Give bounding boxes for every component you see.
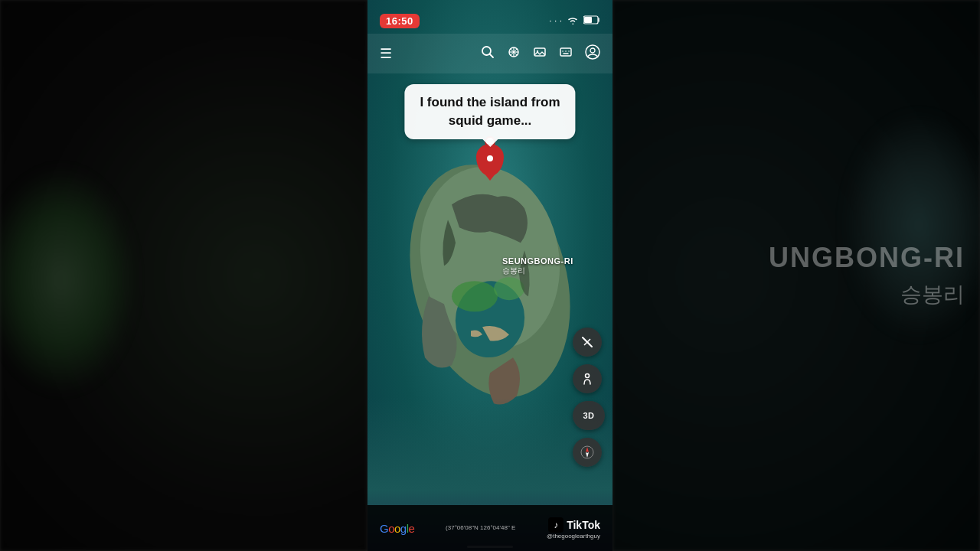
no-signal-button[interactable] <box>573 328 602 357</box>
float-buttons: 3D <box>573 328 605 467</box>
bg-left-panel <box>0 0 368 551</box>
svg-marker-26 <box>586 447 589 452</box>
google-g: G <box>380 522 388 535</box>
svg-rect-16 <box>560 48 571 56</box>
status-icons: · · · <box>549 15 600 27</box>
search-icon[interactable] <box>481 45 495 63</box>
bg-right-panel: UNGBONG-RI 승봉리 <box>612 0 980 551</box>
coordinates-text: (37°06'08"N 126°04'48" E <box>446 523 515 532</box>
location-name-en: SEUNGBONG-RI <box>502 256 573 266</box>
username-text: @thegooglearthguy <box>547 533 600 540</box>
svg-point-4 <box>494 277 524 300</box>
svg-point-22 <box>590 48 595 53</box>
speech-bubble: I found the island from squid game... <box>404 84 575 139</box>
bubble-line2: squid game... <box>420 112 560 130</box>
island-svg <box>390 143 590 419</box>
svg-point-24 <box>586 374 590 378</box>
svg-rect-6 <box>584 17 592 23</box>
nav-right-icons <box>481 44 600 64</box>
compass-button[interactable] <box>573 438 602 467</box>
google-g2: g <box>400 522 407 535</box>
signal-dots-icon: · · · <box>549 15 562 26</box>
layers-icon[interactable] <box>507 45 521 63</box>
profile-icon[interactable] <box>585 44 600 64</box>
wifi-icon <box>567 15 579 27</box>
top-nav: ☰ <box>368 34 612 73</box>
location-label: SEUNGBONG-RI 승봉리 <box>502 256 573 276</box>
map-area[interactable]: SEUNGBONG-RI 승봉리 <box>368 0 612 551</box>
google-o1: o <box>388 522 394 535</box>
tiktok-section: ♪ TikTok @thegooglearthguy <box>547 517 600 540</box>
tiktok-icon: ♪ <box>548 517 564 533</box>
bubble-line1: I found the island from <box>420 93 560 112</box>
pin-inner-dot <box>487 155 493 161</box>
google-e: e <box>409 522 415 535</box>
keyboard-icon[interactable] <box>559 45 573 63</box>
bottom-bar: Google (37°06'08"N 126°04'48" E ♪ TikTok… <box>368 505 612 551</box>
coords-line: (37°06'08"N 126°04'48" E <box>446 523 515 532</box>
svg-line-8 <box>490 54 494 57</box>
svg-marker-27 <box>586 452 589 458</box>
street-view-button[interactable] <box>573 364 602 393</box>
tiktok-label: TikTok <box>567 519 600 531</box>
battery-icon <box>583 15 600 27</box>
pin-body <box>476 144 504 176</box>
phone-frame: SEUNGBONG-RI 승봉리 16:50 · · · <box>368 0 612 551</box>
google-o2: o <box>394 522 400 535</box>
gallery-icon[interactable] <box>533 45 547 63</box>
3d-label: 3D <box>583 411 594 420</box>
menu-icon[interactable]: ☰ <box>380 45 392 62</box>
tiktok-logo: ♪ TikTok <box>548 517 600 533</box>
svg-point-3 <box>452 281 498 311</box>
right-location-ko: 승봉리 <box>769 280 965 309</box>
google-logo: Google <box>380 522 414 535</box>
status-bar: 16:50 · · · <box>368 0 612 34</box>
screen-wrapper: UNGBONG-RI 승봉리 <box>0 0 980 551</box>
location-name-ko: 승봉리 <box>502 266 573 276</box>
right-location-en: UNGBONG-RI <box>769 242 965 274</box>
status-time: 16:50 <box>380 14 420 28</box>
3d-button[interactable]: 3D <box>573 401 605 430</box>
right-text-overlay: UNGBONG-RI 승봉리 <box>769 242 965 309</box>
